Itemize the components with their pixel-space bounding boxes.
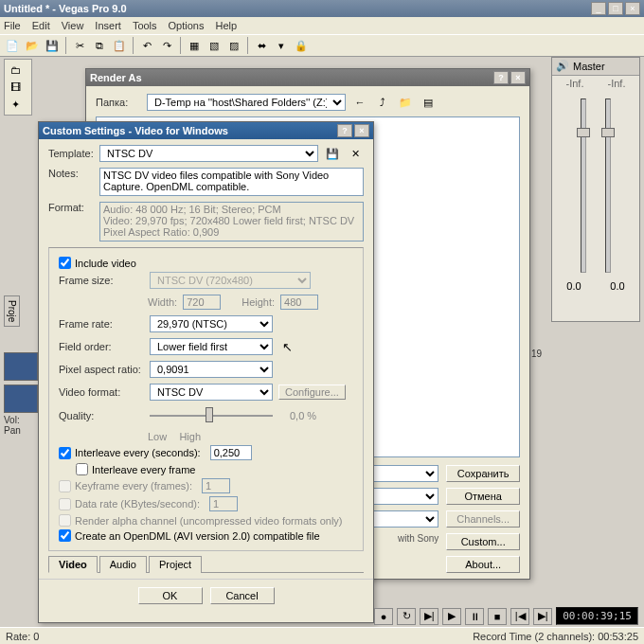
status-bar: Rate: 0 Record Time (2 channels): 00:53:…	[0, 627, 644, 644]
frame-size-select: NTSC DV (720x480)	[150, 272, 311, 289]
custom-help-button[interactable]: ?	[337, 124, 352, 137]
copy-icon[interactable]: ⧉	[91, 37, 108, 54]
paste-icon[interactable]: 📋	[111, 37, 128, 54]
stop-button[interactable]: ■	[488, 608, 507, 625]
video-format-select[interactable]: NTSC DV	[150, 384, 273, 401]
marker-icon[interactable]: ▾	[273, 37, 290, 54]
interleave-frame-check[interactable]	[76, 463, 88, 475]
play-button[interactable]: ▶	[442, 608, 461, 625]
save-template-icon[interactable]: 💾	[324, 145, 341, 162]
menu-insert[interactable]: Insert	[95, 20, 121, 31]
pan-label: Pan	[4, 425, 38, 436]
menu-bar: File Edit View Insert Tools Options Help	[0, 17, 644, 34]
keyframe-label: Keyframe every (frames):	[75, 480, 192, 492]
interleave-input[interactable]	[210, 445, 252, 460]
tab-project[interactable]: Project	[149, 556, 202, 573]
notes-label: Notes:	[48, 168, 94, 179]
folder-select[interactable]: D-Temp на ''host\Shared Folders'' (Z:)	[147, 94, 346, 111]
timecode-display: 00:00:39;15	[556, 607, 638, 625]
loop-button[interactable]: ↻	[397, 608, 416, 625]
menu-file[interactable]: File	[4, 20, 21, 31]
keyframe-input	[202, 478, 230, 493]
frame-rate-select[interactable]: 29,970 (NTSC)	[150, 315, 273, 332]
close-button[interactable]: ×	[625, 2, 640, 15]
render-title: Render As	[90, 72, 142, 83]
lock-icon[interactable]: 🔒	[293, 37, 310, 54]
notes-textarea[interactable]: NTSC DV video files compatible with Sony…	[99, 168, 364, 196]
master-panel: 🔊 Master -Inf. -Inf. 0.0 0.0	[551, 57, 640, 322]
datarate-input	[209, 496, 238, 511]
explorer-icon[interactable]: 🗀	[7, 62, 24, 79]
render-close-button[interactable]: ×	[510, 71, 526, 84]
undo-icon[interactable]: ↶	[138, 37, 155, 54]
include-video-check[interactable]	[59, 257, 71, 269]
ok-button[interactable]: OK	[138, 587, 203, 604]
menu-view[interactable]: View	[62, 20, 84, 31]
tool-icon[interactable]: ▦	[186, 37, 203, 54]
play-start-button[interactable]: ▶|	[420, 608, 438, 625]
template-select[interactable]: NTSC DV	[99, 145, 318, 162]
par-label: Pixel aspect ratio:	[59, 364, 144, 375]
rec-button[interactable]: ●	[374, 608, 393, 625]
next-button[interactable]: ▶|	[533, 608, 552, 625]
snap-icon[interactable]: ⬌	[253, 37, 270, 54]
tab-audio[interactable]: Audio	[99, 556, 147, 573]
field-order-select[interactable]: Lower field first	[150, 338, 273, 355]
up-icon[interactable]: ⤴	[374, 94, 391, 111]
cancel-render-button[interactable]: Отмена	[446, 488, 520, 505]
render-help-button[interactable]: ?	[493, 71, 509, 84]
save-button[interactable]: Сохранить	[446, 465, 520, 482]
configure-button[interactable]: Configure...	[278, 385, 346, 400]
maximize-button[interactable]: □	[608, 2, 623, 15]
newfolder-icon[interactable]: 📁	[397, 94, 414, 111]
menu-help[interactable]: Help	[215, 20, 237, 31]
par-select[interactable]: 0,9091	[150, 361, 273, 378]
fader-right[interactable]	[605, 98, 611, 273]
prev-button[interactable]: |◀	[510, 608, 529, 625]
interleave-frame-label: Interleave every frame	[92, 464, 195, 475]
tab-bar: Video Audio Project	[48, 555, 364, 573]
rate-label: Rate: 0	[6, 631, 39, 642]
menu-tools[interactable]: Tools	[133, 20, 157, 31]
menu-options[interactable]: Options	[169, 20, 205, 31]
include-video-label: Include video	[75, 258, 136, 269]
about-button[interactable]: About...	[446, 556, 520, 573]
new-icon[interactable]: 📄	[4, 37, 21, 54]
pause-button[interactable]: ⏸	[465, 608, 484, 625]
minimize-button[interactable]: _	[591, 2, 606, 15]
app-titlebar: Untitled * - Vegas Pro 9.0 _ □ ×	[0, 0, 644, 17]
custom-settings-dialog: Custom Settings - Video for Windows ? × …	[38, 121, 374, 623]
tool2-icon[interactable]: ▧	[206, 37, 223, 54]
cancel-button[interactable]: Cancel	[210, 587, 275, 604]
delete-template-icon[interactable]: ✕	[347, 145, 364, 162]
custom-button[interactable]: Custom...	[446, 533, 520, 550]
custom-close-button[interactable]: ×	[354, 124, 369, 137]
interleave-sec-check[interactable]	[59, 447, 71, 459]
transport-bar: ● ↻ ▶| ▶ ⏸ ■ |◀ ▶| 00:00:39;15	[374, 607, 638, 625]
quality-value: 0,0 %	[290, 410, 316, 421]
alpha-label: Render alpha channel (uncompressed video…	[75, 515, 343, 527]
redo-icon[interactable]: ↷	[158, 37, 175, 54]
tab-video[interactable]: Video	[48, 556, 98, 573]
fader-val-r: 0.0	[610, 280, 624, 292]
channels-button: Channels...	[446, 510, 520, 528]
alpha-check	[59, 514, 71, 527]
fader-left[interactable]	[581, 98, 586, 273]
audio-track-header[interactable]	[4, 385, 38, 413]
opendml-check[interactable]	[59, 529, 71, 542]
format-label: Format:	[48, 202, 94, 213]
menu-edit[interactable]: Edit	[32, 20, 50, 31]
project-tab[interactable]: Proje	[4, 295, 20, 327]
media-icon[interactable]: 🎞	[7, 79, 24, 96]
frame-rate-label: Frame rate:	[59, 318, 144, 330]
back-icon[interactable]: ←	[351, 94, 368, 111]
views-icon[interactable]: ▤	[420, 94, 437, 111]
cut-icon[interactable]: ✂	[71, 37, 88, 54]
video-track-header[interactable]	[4, 352, 38, 381]
save-icon[interactable]: 💾	[44, 37, 61, 54]
open-icon[interactable]: 📂	[24, 37, 41, 54]
template-label: Template:	[48, 148, 94, 159]
width-input	[183, 295, 221, 310]
tool3-icon[interactable]: ▨	[225, 37, 242, 54]
fx-icon[interactable]: ✦	[7, 96, 24, 113]
